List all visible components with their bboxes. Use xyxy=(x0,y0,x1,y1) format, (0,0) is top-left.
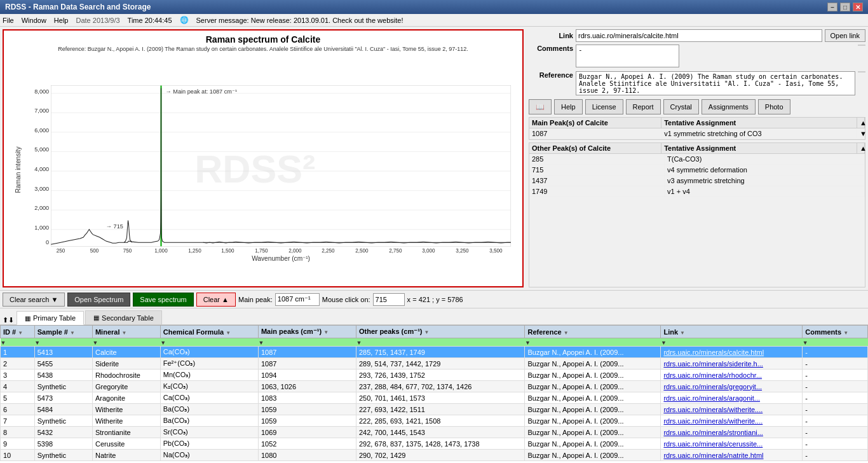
other-peak-val: 1749 xyxy=(529,186,665,197)
cell-main-peaks: 1069 xyxy=(258,427,356,438)
cell-comments: - xyxy=(803,404,868,415)
main-peaks-scrollbar-btn2[interactable]: ▼ xyxy=(857,128,865,139)
table-row[interactable]: 2 5455 Siderite Fe²⁺(CO₃) 1087 289, 514,… xyxy=(1,358,868,370)
cell-link[interactable]: rdrs.uaic.ro/minerals/calcite.html xyxy=(661,347,803,358)
maximize-button[interactable]: □ xyxy=(840,3,850,11)
menu-help[interactable]: Help xyxy=(54,17,69,24)
table-row[interactable]: 10 Synthetic Natrite Na(CO₃) 1080 290, 7… xyxy=(1,450,868,461)
save-spectrum-button[interactable]: Save spectrum xyxy=(133,293,193,307)
link-row: Link Open link xyxy=(529,29,865,42)
cell-link[interactable]: rdrs.uaic.ro/minerals/witherite.... xyxy=(661,415,803,427)
cell-sample: 5413 xyxy=(34,347,92,358)
filter-link: ▼ xyxy=(661,338,803,347)
table-row[interactable]: 6 5484 Witherite Ba(CO₃) 1059 227, 693, … xyxy=(1,404,868,415)
other-peak-row: 1437 v3 asymmetric stretching xyxy=(529,176,865,186)
main-peak-row: 1087 v1 symmetric stretching of CO3 ▼ xyxy=(529,128,865,139)
col-id[interactable]: ID # ▼ xyxy=(1,326,35,338)
table-row[interactable]: 7 Synthetic Witherite Ba(CO₃) 1059 222, … xyxy=(1,415,868,427)
clear-button[interactable]: Clear ▲ xyxy=(196,293,236,307)
reference-scrollbar[interactable] xyxy=(858,71,865,73)
menu-window[interactable]: Window xyxy=(22,17,46,24)
spectrum-reference: Reference: Buzgar N., Apopei A. I. (2009… xyxy=(10,46,516,52)
main-peak-input[interactable] xyxy=(275,293,320,306)
report-button[interactable]: Report xyxy=(626,99,661,114)
cell-main-peaks: 1080 xyxy=(258,450,356,461)
open-link-button[interactable]: Open link xyxy=(825,29,865,42)
cell-link[interactable]: rdrs.uaic.ro/minerals/gregoryit... xyxy=(661,381,803,392)
comments-scrollbar[interactable] xyxy=(858,45,865,46)
cell-main-peaks: 1087 xyxy=(258,358,356,370)
table-icon: ▦ xyxy=(25,315,31,322)
cell-link[interactable]: rdrs.uaic.ro/minerals/natrite.html xyxy=(661,450,803,461)
close-button[interactable]: ✕ xyxy=(853,3,863,11)
cell-sample: 5432 xyxy=(34,427,92,438)
titlebar: RDSS - Raman Data Search and Storage – □… xyxy=(0,0,868,14)
cell-comments: - xyxy=(803,438,868,450)
svg-text:5,000: 5,000 xyxy=(34,146,49,153)
col-comments[interactable]: Comments ▼ xyxy=(803,326,868,338)
table-row[interactable]: 8 5432 Strontianite Sr(CO₃) 1069 242, 70… xyxy=(1,427,868,438)
col-formula[interactable]: Chemical Formula ▼ xyxy=(160,326,258,338)
cell-reference: Buzgar N., Apopei A. I. (2009... xyxy=(525,358,661,370)
book-button[interactable]: 📖 xyxy=(529,99,552,114)
menu-file[interactable]: File xyxy=(3,17,14,24)
cell-formula: Pb(CO₃) xyxy=(160,438,258,450)
reference-textarea[interactable]: Buzgar N., Apopei A. I. (2009) The Raman… xyxy=(576,71,855,95)
col-main-peaks[interactable]: Main peaks (cm⁻¹) ▼ xyxy=(258,326,356,338)
col-other-peaks[interactable]: Other peaks (cm⁻¹) ▼ xyxy=(356,326,525,338)
open-spectrum-button[interactable]: Open Spectrum xyxy=(67,293,130,307)
cell-link[interactable]: rdrs.uaic.ro/minerals/rhodochr... xyxy=(661,370,803,381)
minimize-button[interactable]: – xyxy=(827,3,837,11)
cell-link[interactable]: rdrs.uaic.ro/minerals/cerussite... xyxy=(661,438,803,450)
photo-button[interactable]: Photo xyxy=(758,99,790,114)
table-row[interactable]: 1 5413 Calcite Ca(CO₃) 1087 285, 715, 14… xyxy=(1,347,868,358)
cell-link[interactable]: rdrs.uaic.ro/minerals/siderite.h... xyxy=(661,358,803,370)
cell-link[interactable]: rdrs.uaic.ro/minerals/aragonit... xyxy=(661,392,803,404)
col-sample[interactable]: Sample # ▼ xyxy=(34,326,92,338)
crystal-button[interactable]: Crystal xyxy=(663,99,699,114)
comments-row: Comments xyxy=(529,45,865,69)
table-row[interactable]: 9 5398 Cerussite Pb(CO₃) 1052 292, 678, … xyxy=(1,438,868,450)
col-mineral[interactable]: Mineral ▼ xyxy=(92,326,160,338)
table-row[interactable]: 5 5473 Aragonite Ca(CO₃) 1083 250, 701, … xyxy=(1,392,868,404)
tab-primary[interactable]: ▦ Primary Table xyxy=(17,311,84,325)
help-button[interactable]: Help xyxy=(554,99,583,114)
filter-row: ▼ ▼ ▼ ▼ ▼ ▼ ▼ ▼ ▼ xyxy=(1,338,868,347)
spectrum-title: Raman spectrum of Calcite xyxy=(4,34,522,45)
link-input[interactable] xyxy=(576,29,822,42)
svg-text:2,250: 2,250 xyxy=(322,248,335,254)
cell-other-peaks: 293, 726, 1439, 1752 xyxy=(356,370,525,381)
tentative-col-header1: Tentative Assignment xyxy=(661,118,857,128)
other-peaks-scrollbar-btn[interactable]: ▲ xyxy=(857,143,865,153)
cell-link[interactable]: rdrs.uaic.ro/minerals/strontiani... xyxy=(661,427,803,438)
table-row[interactable]: 4 Synthetic Gregoryite K₂(CO₃) 1063, 102… xyxy=(1,381,868,392)
svg-text:8,000: 8,000 xyxy=(34,88,49,95)
expand-icon[interactable]: ⬆⬇ xyxy=(3,316,14,324)
cell-link[interactable]: rdrs.uaic.ro/minerals/witherite.... xyxy=(661,404,803,415)
cell-reference: Buzgar N., Apopei A. I. (2009... xyxy=(525,392,661,404)
svg-text:3,250: 3,250 xyxy=(456,248,469,254)
tab-bar: ⬆⬇ ▦ Primary Table ▦ Secondary Table xyxy=(0,308,868,325)
cell-formula: Sr(CO₃) xyxy=(160,427,258,438)
license-button[interactable]: License xyxy=(585,99,623,114)
mouse-click-label: Mouse click on: xyxy=(322,296,370,303)
tab-secondary[interactable]: ▦ Secondary Table xyxy=(85,310,162,324)
menubar: File Window Help Date 2013/9/3 Time 20:4… xyxy=(0,14,868,27)
cell-formula: Ca(CO₃) xyxy=(160,347,258,358)
mouse-click-input[interactable] xyxy=(373,293,405,306)
comments-textarea[interactable] xyxy=(576,45,679,67)
clear-search-button[interactable]: Clear search ▼ xyxy=(3,293,65,307)
svg-text:750: 750 xyxy=(123,248,132,254)
main-peaks-scrollbar-btn[interactable]: ▲ xyxy=(857,118,865,128)
status-time: Time 20:44:45 xyxy=(128,17,172,24)
svg-text:1,500: 1,500 xyxy=(221,248,234,254)
other-peak-assignment: v4 symmetric deformation xyxy=(665,165,865,175)
titlebar-controls: – □ ✕ xyxy=(827,3,863,11)
spectrum-chart: Raman intensity 8,000 7,000 6,000 5,000 … xyxy=(9,56,517,284)
table-row[interactable]: 3 5438 Rhodochrosite Mn(CO₃) 1094 293, 7… xyxy=(1,370,868,381)
cell-sample: 5438 xyxy=(34,370,92,381)
col-link[interactable]: Link ▼ xyxy=(661,326,803,338)
other-peaks-col-header: Other Peak(s) of Calcite xyxy=(529,143,661,153)
assignments-button[interactable]: Assignments xyxy=(702,99,756,114)
col-reference[interactable]: Reference ▼ xyxy=(525,326,661,338)
